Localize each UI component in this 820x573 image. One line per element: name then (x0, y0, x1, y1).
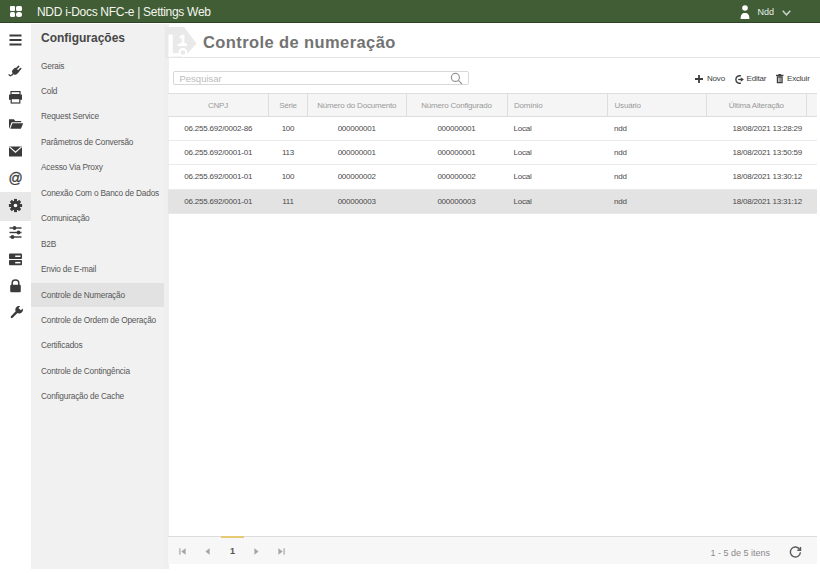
svg-text:@: @ (8, 171, 22, 185)
